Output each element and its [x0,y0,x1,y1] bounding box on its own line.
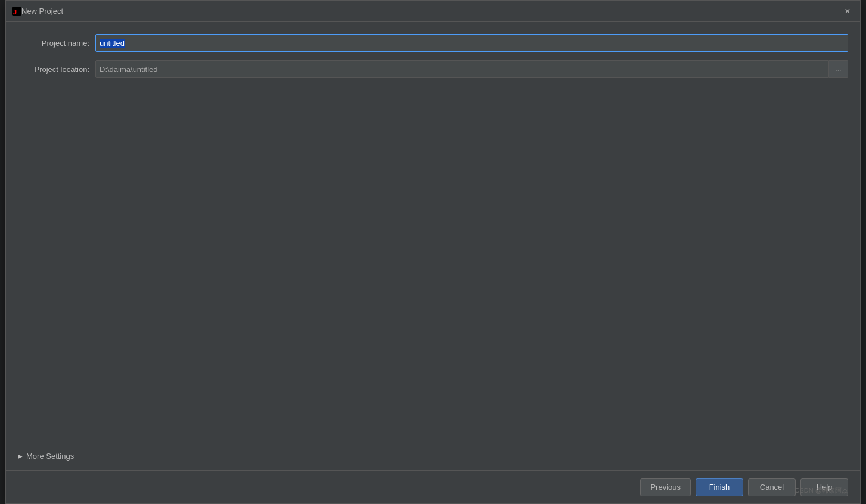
watermark-text: CSDN @韩家阿杰 [795,486,848,495]
svg-text:J: J [13,8,17,15]
dialog-content: Project name: Project location: ... ▶ Mo… [6,22,860,470]
project-name-input[interactable] [95,34,848,52]
dialog-footer: Previous Finish Cancel Help [6,470,860,503]
project-name-row: Project name: [18,34,848,52]
cancel-button[interactable]: Cancel [748,478,796,496]
more-settings-label: More Settings [26,452,74,461]
dialog-overlay: J New Project × Project name: Project lo… [0,0,866,504]
finish-button[interactable]: Finish [696,478,743,496]
previous-button[interactable]: Previous [640,478,691,496]
project-location-input[interactable] [95,60,829,78]
new-project-dialog: J New Project × Project name: Project lo… [5,0,861,504]
dialog-titlebar: J New Project × [6,1,860,22]
app-icon: J [12,7,21,16]
dialog-title-text: New Project [21,7,841,15]
more-settings-toggle[interactable]: ▶ More Settings [18,448,848,464]
content-spacer [18,86,848,448]
project-name-label: Project name: [18,39,95,48]
browse-button[interactable]: ... [829,60,848,78]
project-location-row: Project location: ... [18,60,848,78]
dialog-close-button[interactable]: × [841,5,854,18]
project-location-label: Project location: [18,65,95,74]
chevron-right-icon: ▶ [18,453,23,459]
